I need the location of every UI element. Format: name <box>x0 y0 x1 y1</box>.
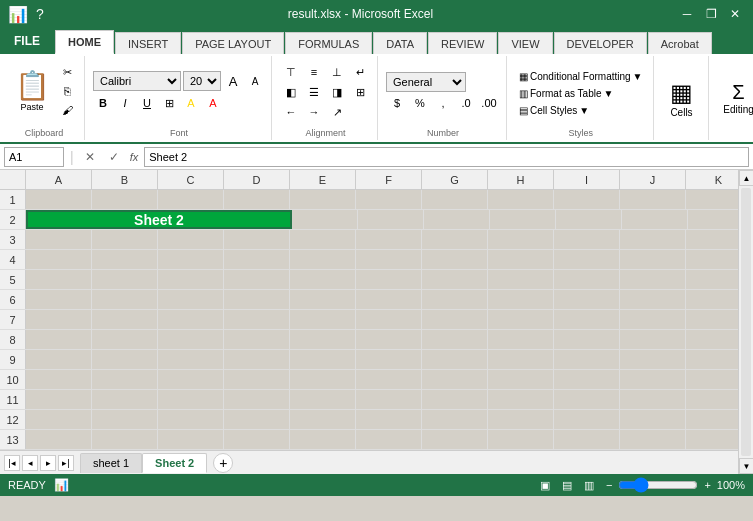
list-item[interactable] <box>686 410 738 429</box>
font-name-select[interactable]: Calibri <box>93 71 181 91</box>
list-item[interactable] <box>158 350 224 369</box>
col-header-I[interactable]: I <box>554 170 620 189</box>
list-item[interactable] <box>356 190 422 209</box>
list-item[interactable] <box>620 310 686 329</box>
list-item[interactable] <box>92 310 158 329</box>
format-painter-button[interactable]: 🖌 <box>56 101 78 119</box>
list-item[interactable] <box>488 230 554 249</box>
list-item[interactable] <box>290 250 356 269</box>
list-item[interactable] <box>224 350 290 369</box>
list-item[interactable] <box>158 310 224 329</box>
list-item[interactable] <box>26 430 92 449</box>
row-header-8[interactable]: 8 <box>0 330 26 349</box>
increase-indent-button[interactable]: → <box>303 103 325 121</box>
list-item[interactable] <box>422 370 488 389</box>
list-item[interactable] <box>488 370 554 389</box>
normal-view-button[interactable]: ▣ <box>538 479 552 492</box>
percent-button[interactable]: % <box>409 94 431 112</box>
list-item[interactable] <box>686 190 738 209</box>
col-header-F[interactable]: F <box>356 170 422 189</box>
list-item[interactable] <box>620 190 686 209</box>
list-item[interactable] <box>26 230 92 249</box>
col-header-K[interactable]: K <box>686 170 738 189</box>
list-item[interactable] <box>158 270 224 289</box>
cancel-formula-button[interactable]: ✕ <box>80 147 100 167</box>
list-item[interactable] <box>554 310 620 329</box>
list-item[interactable] <box>488 250 554 269</box>
tab-insert[interactable]: INSERT <box>115 32 181 54</box>
list-item[interactable] <box>158 230 224 249</box>
page-layout-button[interactable]: ▤ <box>560 479 574 492</box>
list-item[interactable] <box>290 370 356 389</box>
list-item[interactable] <box>224 390 290 409</box>
list-item[interactable] <box>422 190 488 209</box>
align-right-button[interactable]: ◨ <box>326 83 348 101</box>
tab-page-layout[interactable]: PAGE LAYOUT <box>182 32 284 54</box>
list-item[interactable] <box>422 330 488 349</box>
list-item[interactable] <box>356 250 422 269</box>
conditional-formatting-button[interactable]: ▦ Conditional Formatting ▼ <box>515 69 647 84</box>
number-format-select[interactable]: General <box>386 72 466 92</box>
row-header-13[interactable]: 13 <box>0 430 26 449</box>
list-item[interactable] <box>488 290 554 309</box>
list-item[interactable] <box>26 350 92 369</box>
editing-button[interactable]: Σ Editing <box>717 69 753 127</box>
list-item[interactable] <box>158 250 224 269</box>
tab-nav-prev[interactable]: ◂ <box>22 455 38 471</box>
list-item[interactable] <box>92 370 158 389</box>
list-item[interactable] <box>554 290 620 309</box>
list-item[interactable] <box>290 390 356 409</box>
increase-font-button[interactable]: A <box>223 71 243 91</box>
underline-button[interactable]: U <box>137 93 157 113</box>
align-center-button[interactable]: ☰ <box>303 83 325 101</box>
col-header-A[interactable]: A <box>26 170 92 189</box>
list-item[interactable] <box>620 370 686 389</box>
vertical-scrollbar[interactable]: ▲ ▼ <box>738 170 753 474</box>
col-header-E[interactable]: E <box>290 170 356 189</box>
list-item[interactable] <box>358 210 424 229</box>
list-item[interactable] <box>158 390 224 409</box>
list-item[interactable] <box>686 350 738 369</box>
row-header-10[interactable]: 10 <box>0 370 26 389</box>
list-item[interactable] <box>686 310 738 329</box>
col-header-G[interactable]: G <box>422 170 488 189</box>
list-item[interactable] <box>620 270 686 289</box>
tab-nav-next[interactable]: ▸ <box>40 455 56 471</box>
list-item[interactable] <box>356 290 422 309</box>
tab-review[interactable]: REVIEW <box>428 32 497 54</box>
list-item[interactable] <box>224 370 290 389</box>
list-item[interactable] <box>686 290 738 309</box>
list-item[interactable] <box>488 430 554 449</box>
list-item[interactable] <box>290 430 356 449</box>
list-item[interactable] <box>158 410 224 429</box>
list-item[interactable] <box>554 350 620 369</box>
list-item[interactable] <box>26 330 92 349</box>
list-item[interactable] <box>488 390 554 409</box>
tab-acrobat[interactable]: Acrobat <box>648 32 712 54</box>
wrap-text-button[interactable]: ↵ <box>349 63 371 81</box>
increase-decimal-button[interactable]: .0 <box>455 94 477 112</box>
decrease-decimal-button[interactable]: .00 <box>478 94 500 112</box>
align-left-button[interactable]: ◧ <box>280 83 302 101</box>
list-item[interactable] <box>290 330 356 349</box>
list-item[interactable] <box>686 250 738 269</box>
list-item[interactable] <box>620 350 686 369</box>
row-header-6[interactable]: 6 <box>0 290 26 309</box>
list-item[interactable] <box>488 310 554 329</box>
font-size-select[interactable]: 20 <box>183 71 221 91</box>
list-item[interactable] <box>290 290 356 309</box>
orientation-button[interactable]: ↗ <box>326 103 348 121</box>
tab-developer[interactable]: DEVELOPER <box>554 32 647 54</box>
list-item[interactable] <box>356 410 422 429</box>
list-item[interactable] <box>554 330 620 349</box>
list-item[interactable] <box>488 190 554 209</box>
zoom-out-button[interactable]: − <box>604 479 614 491</box>
list-item[interactable] <box>290 350 356 369</box>
row-header-12[interactable]: 12 <box>0 410 26 429</box>
list-item[interactable] <box>92 190 158 209</box>
minimize-button[interactable]: ─ <box>677 4 697 24</box>
row-header-2[interactable]: 2 <box>0 210 26 229</box>
list-item[interactable] <box>554 190 620 209</box>
merged-cell-a2[interactable]: Sheet 2 <box>26 210 292 229</box>
comma-button[interactable]: , <box>432 94 454 112</box>
